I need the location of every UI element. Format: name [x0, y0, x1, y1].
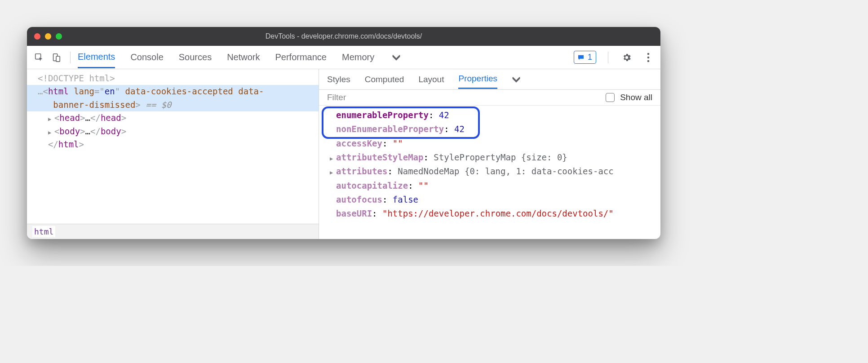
- messages-count: 1: [588, 53, 592, 62]
- show-all-checkbox[interactable]: [606, 93, 615, 102]
- sidebar-panel: Styles Computed Layout Properties Show a…: [319, 69, 660, 239]
- subtab-properties[interactable]: Properties: [458, 70, 497, 89]
- settings-icon[interactable]: [620, 51, 633, 64]
- tab-performance[interactable]: Performance: [275, 47, 327, 67]
- separator: [608, 52, 608, 63]
- dom-body[interactable]: ▶<body>…</body>: [27, 125, 319, 138]
- panels-body: <!DOCTYPE html> …<html lang="en" data-co…: [27, 69, 660, 239]
- tab-memory[interactable]: Memory: [342, 47, 374, 67]
- tab-sources[interactable]: Sources: [179, 47, 212, 67]
- property-row[interactable]: ▶attributeStyleMap: StylePropertyMap {si…: [323, 151, 660, 164]
- filter-row: Show all: [319, 90, 660, 106]
- property-row[interactable]: nonEnumerableProperty: 42: [323, 122, 660, 136]
- subtab-computed[interactable]: Computed: [365, 71, 404, 89]
- separator: [70, 52, 71, 63]
- inspect-element-icon[interactable]: [32, 51, 46, 64]
- device-toggle-icon[interactable]: [49, 51, 63, 64]
- close-window-button[interactable]: [34, 33, 40, 40]
- subtab-styles[interactable]: Styles: [327, 71, 350, 89]
- tab-network[interactable]: Network: [227, 47, 260, 67]
- titlebar: DevTools - developer.chrome.com/docs/dev…: [27, 27, 660, 46]
- property-row[interactable]: autofocus: false: [323, 193, 660, 207]
- maximize-window-button[interactable]: [56, 33, 62, 40]
- property-row[interactable]: enumerableProperty: 42: [323, 108, 660, 122]
- property-row[interactable]: accessKey: "": [323, 137, 660, 151]
- main-tabs: Elements Console Sources Network Perform…: [78, 47, 403, 68]
- window-title: DevTools - developer.chrome.com/docs/dev…: [27, 32, 660, 40]
- filter-input[interactable]: [327, 93, 600, 102]
- dom-html-open[interactable]: …<html lang="en" data-cookies-accepted d…: [27, 85, 319, 98]
- svg-point-5: [647, 60, 650, 62]
- devtools-window: DevTools - developer.chrome.com/docs/dev…: [27, 27, 660, 239]
- subtab-layout[interactable]: Layout: [418, 71, 444, 89]
- more-subtabs-icon[interactable]: [512, 76, 521, 83]
- svg-point-3: [647, 53, 650, 55]
- dom-head[interactable]: ▶<head>…</head>: [27, 111, 319, 124]
- svg-rect-2: [56, 56, 60, 62]
- dom-tree[interactable]: <!DOCTYPE html> …<html lang="en" data-co…: [27, 69, 319, 224]
- dom-html-open-2[interactable]: banner-dismissed> == $0: [27, 98, 319, 111]
- more-tabs-icon[interactable]: [390, 51, 403, 64]
- tab-console[interactable]: Console: [130, 47, 163, 67]
- dom-doctype[interactable]: <!DOCTYPE html>: [27, 72, 319, 85]
- message-icon: [577, 54, 585, 61]
- property-row[interactable]: ▶attributes: NamedNodeMap {0: lang, 1: d…: [323, 164, 660, 178]
- show-all-label: Show all: [620, 93, 652, 102]
- messages-badge[interactable]: 1: [574, 51, 596, 64]
- tab-elements[interactable]: Elements: [78, 47, 115, 68]
- property-row[interactable]: baseURI: "https://developer.chrome.com/d…: [323, 207, 660, 221]
- toolbar-right: 1: [574, 51, 655, 64]
- window-controls: [34, 33, 62, 40]
- properties-list[interactable]: enumerableProperty: 42nonEnumerablePrope…: [319, 106, 660, 239]
- sidebar-tabs: Styles Computed Layout Properties: [319, 69, 660, 90]
- minimize-window-button[interactable]: [45, 33, 51, 40]
- svg-point-4: [647, 56, 650, 58]
- property-row[interactable]: autocapitalize: "": [323, 179, 660, 193]
- dom-html-close[interactable]: </html>: [27, 138, 319, 151]
- main-toolbar: Elements Console Sources Network Perform…: [27, 46, 660, 69]
- elements-panel: <!DOCTYPE html> …<html lang="en" data-co…: [27, 69, 319, 239]
- breadcrumb[interactable]: html: [27, 224, 319, 239]
- more-menu-icon[interactable]: [642, 51, 655, 64]
